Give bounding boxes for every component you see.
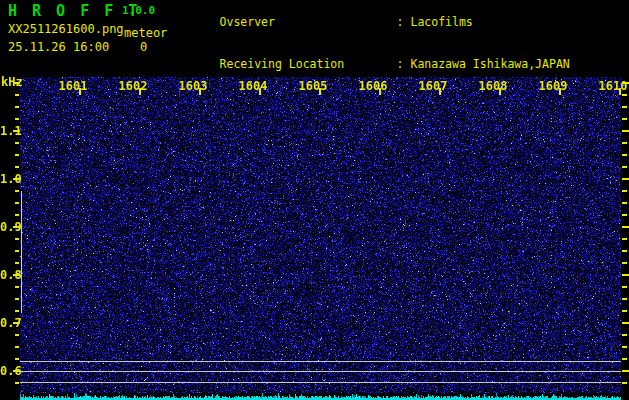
spectrogram-area: kHz 1.11.00.90.80.70.6160116021603160416…: [0, 0, 629, 400]
y-tick-major-right: [622, 322, 629, 324]
hrofft-window: H R O F F T 1.0.0 XX2511261600.png meteo…: [0, 0, 629, 400]
noise-reference-line-3: [20, 382, 621, 383]
x-tick-label: 1605: [298, 79, 328, 93]
y-tick-minor-right: [622, 250, 627, 252]
y-tick-minor-right: [622, 166, 627, 168]
spectrogram-canvas: [20, 77, 621, 400]
y-tick-major: [13, 82, 20, 84]
y-tick-label: 1.0: [0, 172, 14, 186]
y-tick-minor-right: [622, 154, 627, 156]
y-tick-major-right: [622, 370, 629, 372]
y-tick-minor: [15, 250, 19, 252]
y-tick-minor: [15, 262, 19, 264]
x-tick-label: 1610: [598, 79, 628, 93]
y-tick-minor: [15, 334, 19, 336]
y-tick-major-right: [622, 130, 629, 132]
x-tick-label: 1604: [238, 79, 268, 93]
noise-reference-line-2: [20, 371, 621, 372]
y-tick-minor: [15, 166, 19, 168]
y-tick-minor-right: [622, 310, 627, 312]
y-tick-minor: [15, 286, 19, 288]
y-tick-minor: [15, 106, 19, 108]
x-tick-label: 1602: [118, 79, 148, 93]
y-tick-minor: [15, 358, 19, 360]
x-tick-label: 1609: [538, 79, 568, 93]
y-tick-label: 0.6: [0, 364, 14, 378]
y-tick-minor-right: [622, 346, 627, 348]
y-tick-minor: [15, 238, 19, 240]
y-tick-minor: [15, 202, 19, 204]
y-tick-label: 0.8: [0, 268, 14, 282]
y-tick-minor-right: [622, 286, 627, 288]
y-tick-minor-right: [622, 106, 627, 108]
y-tick-minor: [15, 214, 19, 216]
y-tick-major-right: [622, 226, 629, 228]
x-tick-label: 1606: [358, 79, 388, 93]
y-tick-minor-right: [622, 298, 627, 300]
y-tick-minor-right: [622, 118, 627, 120]
y-tick-minor: [15, 142, 19, 144]
y-tick-major-right: [622, 274, 629, 276]
y-tick-minor-right: [622, 262, 627, 264]
noise-reference-line-1: [20, 361, 621, 362]
y-tick-minor-right: [622, 142, 627, 144]
frequency-marker-line: [21, 191, 22, 313]
y-tick-minor: [15, 310, 19, 312]
y-tick-label: 0.9: [0, 220, 14, 234]
y-tick-minor-right: [622, 94, 627, 96]
y-tick-minor: [15, 190, 19, 192]
y-tick-minor: [15, 382, 19, 384]
y-tick-minor: [15, 94, 19, 96]
y-tick-minor-right: [622, 214, 627, 216]
y-tick-minor-right: [622, 358, 627, 360]
y-tick-label: 1.1: [0, 124, 14, 138]
y-tick-minor-right: [622, 382, 627, 384]
x-tick-label: 1607: [418, 79, 448, 93]
y-tick-major-right: [622, 178, 629, 180]
y-tick-minor: [15, 154, 19, 156]
x-tick-label: 1603: [178, 79, 208, 93]
y-tick-minor: [15, 346, 19, 348]
y-tick-minor: [15, 118, 19, 120]
y-tick-label: 0.7: [0, 316, 14, 330]
y-tick-minor-right: [622, 190, 627, 192]
y-tick-minor: [15, 298, 19, 300]
y-tick-minor-right: [622, 238, 627, 240]
x-tick-label: 1601: [58, 79, 88, 93]
x-tick-label: 1608: [478, 79, 508, 93]
y-tick-minor-right: [622, 334, 627, 336]
y-tick-minor-right: [622, 202, 627, 204]
